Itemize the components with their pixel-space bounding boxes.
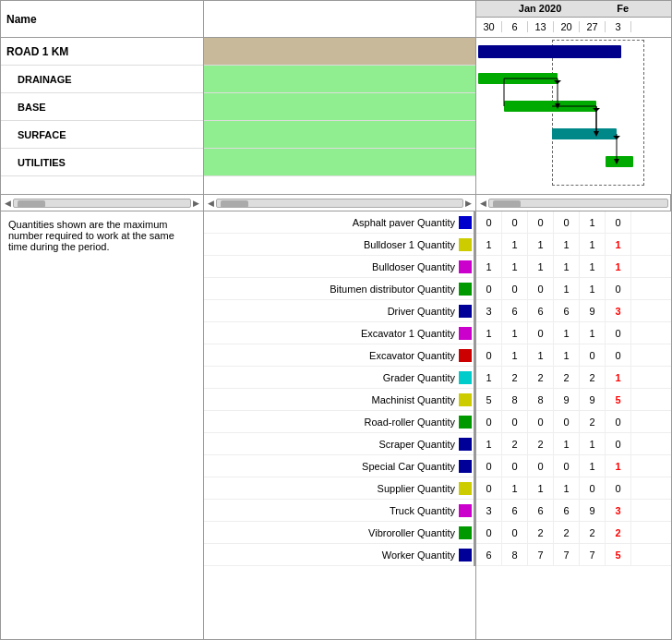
cell-grd-0: 1 [476,367,502,388]
resource-row-scraper: Scraper Quantity [204,433,475,455]
data-row-excavator1: 1 1 0 1 1 0 [476,322,671,344]
cell-sup-3: 1 [554,477,580,499]
day-6: 6 [502,21,528,32]
cell-b1-0: 1 [476,234,502,255]
cell-grd-2: 2 [528,367,554,388]
main-container: Name ROAD 1 KM DRAINAGE BASE SURFACE UTI… [0,0,672,640]
right-scroll-left[interactable]: ◀ [480,199,486,208]
surface-label: SURFACE [18,129,66,140]
resource-name-bitumen: Bitumen distributor Quantity [204,284,459,295]
resource-name-excavator: Excavator Quantity [204,350,459,361]
gantt-mid-row-drainage [204,66,475,93]
resource-color-truck [459,504,472,517]
cell-drv-3: 6 [554,300,580,321]
cell-drv-5: 3 [606,300,631,321]
left-scroll-right[interactable]: ▶ [193,199,199,208]
bar-base [504,101,596,112]
gantt-mid-rows [204,38,475,194]
cell-exc-1: 1 [502,344,528,366]
resource-name-vibroroller: Vibroroller Quantity [204,527,459,538]
left-scroll-left[interactable]: ◀ [5,199,11,208]
description-panel: Quantities shown are the maximum number … [1,211,204,639]
utilities-label: UTILITIES [18,157,66,168]
data-row-specialcar: 0 0 0 0 1 1 [476,455,671,477]
resource-sep-excavator1 [474,322,475,344]
resource-color-asphalt [459,216,472,229]
resource-sep-roadroller [474,411,475,433]
data-row-vibroroller: 0 0 2 2 2 2 [476,522,671,544]
cell-trk-4: 9 [580,500,606,521]
gantt-chart-area [476,38,671,194]
resource-name-asphalt: Asphalt paver Quantity [204,217,459,228]
mid-scroll-left[interactable]: ◀ [208,199,214,208]
cell-exc-2: 1 [528,344,554,366]
resource-color-machinist [459,393,472,406]
cell-rr-2: 0 [528,411,554,432]
resource-row-specialcar: Special Car Quantity [204,455,475,477]
cell-exc-5: 0 [606,344,631,366]
cell-scr-5: 0 [606,433,631,454]
data-row-driver: 3 6 6 6 9 3 [476,300,671,322]
cell-grd-3: 2 [554,367,580,388]
data-row-supplier: 0 1 1 1 0 0 [476,477,671,500]
resource-name-truck: Truck Quantity [204,505,459,516]
resource-row-vibroroller: Vibroroller Quantity [204,522,475,544]
drainage-label: DRAINAGE [18,74,72,85]
bar-drainage [478,73,558,84]
mid-scroll-right[interactable]: ▶ [465,199,472,208]
resource-name-worker: Worker Quantity [204,549,459,561]
mid-scroll-thumb[interactable] [221,200,248,208]
cell-scr-1: 2 [502,433,528,454]
cell-scr-3: 1 [554,433,580,454]
cell-wrk-1: 8 [502,544,528,565]
right-scroll-thumb[interactable] [493,200,521,208]
resource-row-grader: Grader Quantity [204,367,475,389]
gantt-mid-row-base [204,93,475,121]
cell-sc-0: 0 [476,455,502,477]
gantt-mid-header [204,1,475,38]
resource-row-worker: Worker Quantity [204,544,475,566]
resource-sep-asphalt [474,211,475,234]
resource-color-grader [459,371,472,384]
resource-name-bulldoser1: Bulldoser 1 Quantity [204,239,459,250]
cell-drv-1: 6 [502,300,528,321]
cell-asphalt-4: 1 [580,211,606,233]
cell-asphalt-2: 0 [528,211,554,233]
left-scroll-thumb[interactable] [18,200,45,208]
left-scroll-track[interactable] [13,199,191,208]
cell-b1-5: 1 [606,234,631,255]
resource-row-truck: Truck Quantity [204,500,475,522]
cell-asphalt-5: 0 [606,211,631,233]
day-3: 3 [606,21,631,32]
gantt-area: Name ROAD 1 KM DRAINAGE BASE SURFACE UTI… [1,1,671,195]
day-27: 27 [580,21,606,32]
cell-mch-2: 8 [528,389,554,410]
resource-color-bulldoser1 [459,238,472,251]
mid-scroll-track[interactable] [216,199,463,208]
data-values-panel: 0 0 0 0 1 0 1 1 1 1 1 1 1 1 1 1 [476,211,671,639]
cell-asphalt-1: 0 [502,211,528,233]
cell-sc-4: 1 [580,455,606,477]
gantt-mid-row-road [204,38,475,66]
name-header-label: Name [6,13,37,26]
resource-name-excavator1: Excavator 1 Quantity [204,328,459,339]
cell-trk-2: 6 [528,500,554,521]
cell-vib-5: 2 [606,522,631,543]
cell-vib-3: 2 [554,522,580,543]
right-scroll-track[interactable] [488,199,668,208]
cell-b-1: 1 [502,256,528,277]
day-13: 13 [528,21,554,32]
resource-color-supplier [459,482,472,495]
cell-exc1-5: 0 [606,322,631,344]
resource-row-bulldoser1: Bulldoser 1 Quantity [204,234,475,256]
data-row-truck: 3 6 6 6 9 3 [476,500,671,522]
resource-sep-excavator [474,344,475,367]
data-row-bulldoser1: 1 1 1 1 1 1 [476,234,671,256]
resource-color-worker [459,549,472,562]
cell-wrk-4: 7 [580,544,606,565]
scrollbar-row: ◀ ▶ ◀ ▶ ◀ [1,195,671,211]
resource-row-roadroller: Road-roller Quantity [204,411,475,433]
gantt-mid-panel [204,1,476,194]
cell-vib-1: 0 [502,522,528,543]
bar-utilities [606,156,633,167]
